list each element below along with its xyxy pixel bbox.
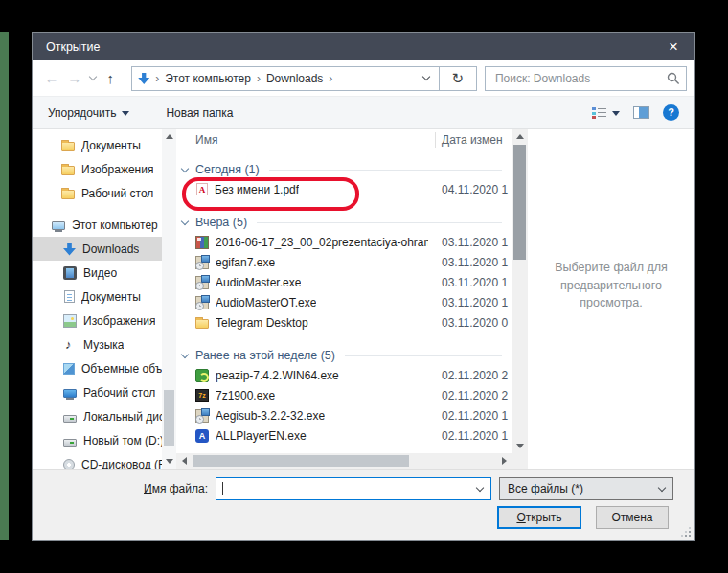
file-row-audiomaster[interactable]: AudioMaster.exe 03.11.2020 1 — [176, 272, 512, 292]
organize-button[interactable]: Упорядочить — [48, 106, 129, 120]
breadcrumb-separator: › — [257, 72, 261, 85]
sidebar-item-downloads[interactable]: Downloads — [33, 237, 162, 261]
scrollbar-thumb[interactable] — [513, 145, 526, 260]
filename-dropdown-button[interactable] — [469, 488, 490, 491]
search-icon — [667, 72, 680, 85]
sidebar-item-music[interactable]: Музыка — [33, 332, 162, 356]
filetype-dropdown[interactable]: Все файлы (*) — [499, 477, 673, 500]
scroll-up-button[interactable] — [512, 129, 528, 144]
column-header-date[interactable]: Дата измен — [442, 133, 503, 147]
group-label: Сегодня (1) — [195, 163, 260, 176]
scroll-right-button[interactable] — [496, 453, 512, 469]
sidebar-item-documents[interactable]: Документы — [33, 133, 162, 157]
sidebar-item-documents-2[interactable]: Документы — [33, 285, 162, 309]
change-view-button[interactable] — [592, 107, 620, 119]
file-row-egifan7[interactable]: egifan7.exe 03.11.2020 1 — [176, 252, 512, 272]
navigation-bar: ← → ↑ › Этот компьютер › Downloads › ↻ — [33, 60, 694, 97]
group-header-yesterday[interactable]: Вчера (5) — [176, 213, 512, 232]
back-button[interactable]: ← — [40, 70, 63, 86]
sidebar-item-local-disk[interactable]: Локальный дис — [33, 404, 162, 428]
new-folder-button[interactable]: Новая папка — [166, 106, 233, 120]
sidebar-item-3d-objects[interactable]: Объемные объ — [33, 356, 162, 380]
resize-grip[interactable] — [682, 528, 691, 537]
recent-locations-button[interactable] — [86, 77, 100, 80]
preview-message-line2: предварительного просмотра. — [528, 277, 694, 313]
group-divider-line — [269, 170, 502, 171]
file-list-vertical-scrollbar[interactable] — [512, 129, 528, 453]
downloads-icon — [138, 73, 149, 84]
group-header-today[interactable]: Сегодня (1) — [176, 160, 512, 179]
scroll-left-button[interactable] — [176, 453, 192, 469]
sidebar-item-new-volume[interactable]: Новый том (D:) — [33, 428, 162, 452]
file-row-peazip[interactable]: peazip-7.4.2.WIN64.exe 02.11.2020 2 — [176, 365, 512, 385]
triangle-right-icon — [502, 457, 507, 465]
scroll-up-button[interactable] — [162, 129, 176, 144]
forward-button[interactable]: → — [63, 70, 86, 86]
file-date: 03.11.2020 1 — [442, 276, 508, 289]
sidebar-item-video[interactable]: Видео — [33, 261, 162, 285]
sidebar-spacer — [33, 205, 162, 213]
filename-combobox[interactable] — [216, 477, 491, 500]
breadcrumb-item-this-pc[interactable]: Этот компьютер — [165, 72, 251, 85]
triangle-down-icon — [516, 444, 524, 448]
sidebar-item-desktop-2[interactable]: Рабочий стол — [33, 380, 162, 404]
search-box[interactable] — [485, 66, 687, 91]
file-row-7z1900[interactable]: 7z1900.exe 02.11.2020 2 — [176, 385, 512, 405]
address-dropdown-button[interactable] — [414, 67, 439, 90]
file-list-horizontal-scrollbar[interactable] — [176, 453, 512, 469]
file-row-telegram-desktop[interactable]: Telegram Desktop 03.11.2020 0 — [176, 312, 512, 332]
file-row-bez-imeni-pdf[interactable]: Без имени 1.pdf 04.11.2020 1 — [176, 179, 512, 199]
column-divider[interactable] — [435, 132, 436, 148]
file-row-aegisub[interactable]: Aegisub-3.2.2-32.exe 02.11.2020 1 — [176, 405, 512, 425]
chevron-down-icon — [181, 351, 189, 358]
new-folder-label: Новая папка — [166, 106, 233, 120]
column-header-name[interactable]: Имя — [195, 133, 217, 147]
sidebar-item-cd-drive[interactable]: CD-дисковод (F: — [33, 452, 162, 469]
address-bar[interactable]: › Этот компьютер › Downloads › ↻ — [131, 66, 477, 91]
refresh-button[interactable]: ↻ — [440, 67, 476, 90]
window-title: Открытие — [33, 40, 652, 54]
scroll-down-button[interactable] — [512, 439, 528, 453]
help-icon[interactable]: ? — [663, 104, 679, 121]
preview-pane: Выберите файл для предварительного просм… — [528, 129, 694, 469]
file-date: 02.11.2020 1 — [442, 429, 508, 443]
file-name: egifan7.exe — [216, 256, 275, 269]
winrar-icon — [195, 236, 209, 249]
chevron-down-icon — [181, 218, 189, 225]
download-icon — [63, 243, 76, 256]
scroll-down-button[interactable] — [162, 454, 176, 469]
group-divider-line — [345, 355, 502, 356]
up-button[interactable]: ↑ — [99, 70, 122, 86]
filename-input[interactable] — [223, 481, 469, 496]
peazip-icon — [195, 369, 209, 382]
search-input[interactable] — [493, 71, 667, 86]
group-header-earlier-this-week[interactable]: Ранее на этой неделе (5) — [176, 346, 512, 365]
sidebar-item-this-pc[interactable]: Этот компьютер — [33, 213, 162, 237]
file-row-allplayer[interactable]: ALLPlayerEN.exe 02.11.2020 1 — [176, 425, 512, 446]
toolbar-right-group: ? — [592, 104, 679, 121]
column-headers: Имя Дата измен — [176, 129, 528, 150]
sidebar-item-desktop[interactable]: Рабочий стол — [33, 181, 162, 205]
chevron-down-icon — [181, 165, 189, 172]
installer-icon — [195, 409, 209, 423]
sidebar-item-pictures-2[interactable]: Изображения — [33, 309, 162, 332]
chevron-down-icon — [612, 111, 620, 116]
file-date: 03.11.2020 1 — [442, 236, 508, 249]
folder-icon — [61, 142, 75, 151]
close-button[interactable]: × — [652, 33, 694, 60]
breadcrumb-item-downloads[interactable]: Downloads — [266, 72, 323, 85]
folder-icon — [195, 319, 209, 329]
disk-icon — [63, 439, 77, 447]
scrollbar-thumb[interactable] — [164, 390, 174, 446]
scrollbar-thumb[interactable] — [193, 455, 409, 467]
filename-label: Имя файла: — [33, 482, 216, 495]
file-row-audiomaster-ot[interactable]: AudioMasterOT.exe 03.11.2020 1 — [176, 292, 512, 312]
filename-row: Имя файла: Все файлы (*) — [33, 477, 694, 500]
cancel-button[interactable]: Отмена — [596, 506, 669, 529]
file-row-prezentaciya-archive[interactable]: 2016-06-17_23_00_02prezentaciya-ohrana..… — [176, 232, 512, 252]
sidebar-scrollbar[interactable] — [162, 129, 176, 469]
preview-pane-icon[interactable] — [633, 106, 649, 119]
open-button[interactable]: Открыть — [497, 506, 581, 529]
sidebar-item-pictures[interactable]: Изображения — [33, 157, 162, 181]
file-date: 03.11.2020 1 — [442, 296, 508, 309]
